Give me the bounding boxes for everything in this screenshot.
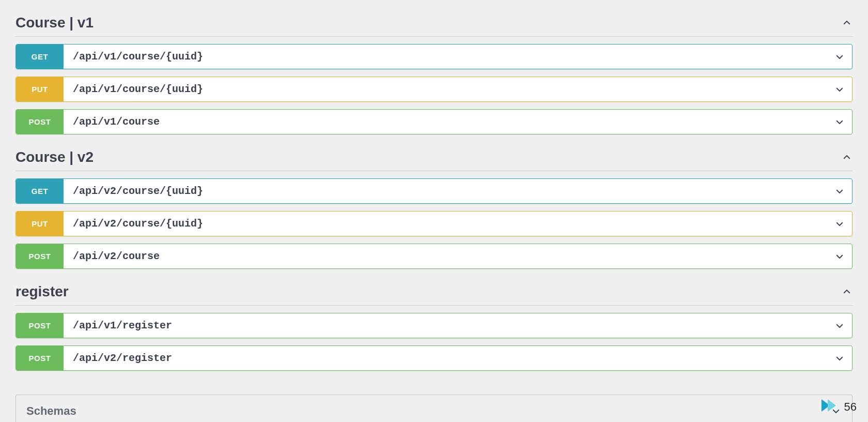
tag-header-course-v1[interactable]: Course | v1 [16, 10, 853, 37]
http-method-badge: GET [16, 44, 64, 69]
chevron-up-icon [841, 286, 853, 297]
chevron-down-icon [827, 77, 852, 101]
tag-title: Course | v2 [16, 149, 94, 165]
http-method-badge: PUT [16, 212, 64, 236]
chevron-down-icon [827, 244, 852, 268]
chevron-up-icon [841, 17, 853, 28]
http-method-badge: POST [16, 244, 64, 268]
tag-title: register [16, 283, 69, 300]
endpoint-path: /api/v2/course/{uuid} [64, 179, 827, 203]
http-method-badge: GET [16, 179, 64, 203]
chevron-down-icon [827, 44, 852, 69]
endpoint-row[interactable]: GET /api/v2/course/{uuid} [16, 178, 853, 204]
chevron-down-icon [827, 212, 852, 236]
endpoint-row[interactable]: PUT /api/v2/course/{uuid} [16, 211, 853, 236]
http-method-badge: PUT [16, 77, 64, 101]
http-method-badge: POST [16, 110, 64, 134]
endpoint-row[interactable]: POST /api/v1/course [16, 109, 853, 134]
endpoint-row[interactable]: POST /api/v2/register [16, 345, 853, 371]
chevron-down-icon [827, 179, 852, 203]
http-method-badge: POST [16, 313, 64, 338]
endpoint-row[interactable]: POST /api/v2/course [16, 244, 853, 269]
fast-forward-icon [820, 398, 841, 416]
endpoint-path: /api/v1/course/{uuid} [64, 77, 827, 101]
schemas-section[interactable]: Schemas [16, 395, 853, 422]
endpoint-row[interactable]: POST /api/v1/register [16, 313, 853, 338]
endpoint-path: /api/v1/register [64, 313, 827, 338]
tag-section-course-v1: Course | v1 GET /api/v1/course/{uuid} PU… [16, 10, 853, 134]
endpoint-path: /api/v2/course/{uuid} [64, 212, 827, 236]
chevron-up-icon [841, 152, 853, 163]
slide-indicator: 56 [820, 398, 857, 416]
svg-marker-1 [828, 399, 836, 412]
endpoint-path: /api/v1/course/{uuid} [64, 44, 827, 69]
endpoint-row[interactable]: GET /api/v1/course/{uuid} [16, 44, 853, 69]
endpoint-row[interactable]: PUT /api/v1/course/{uuid} [16, 77, 853, 102]
schemas-title: Schemas [26, 404, 76, 418]
slide-number: 56 [844, 400, 857, 414]
tag-section-course-v2: Course | v2 GET /api/v2/course/{uuid} PU… [16, 145, 853, 269]
chevron-down-icon [827, 346, 852, 370]
endpoint-path: /api/v2/register [64, 346, 827, 370]
http-method-badge: POST [16, 346, 64, 370]
endpoint-path: /api/v2/course [64, 244, 827, 268]
tag-header-course-v2[interactable]: Course | v2 [16, 145, 853, 171]
tag-section-register: register POST /api/v1/register POST /api… [16, 279, 853, 371]
tag-title: Course | v1 [16, 14, 94, 31]
endpoint-path: /api/v1/course [64, 110, 827, 134]
tag-header-register[interactable]: register [16, 279, 853, 306]
chevron-down-icon [827, 313, 852, 338]
chevron-down-icon [827, 110, 852, 134]
